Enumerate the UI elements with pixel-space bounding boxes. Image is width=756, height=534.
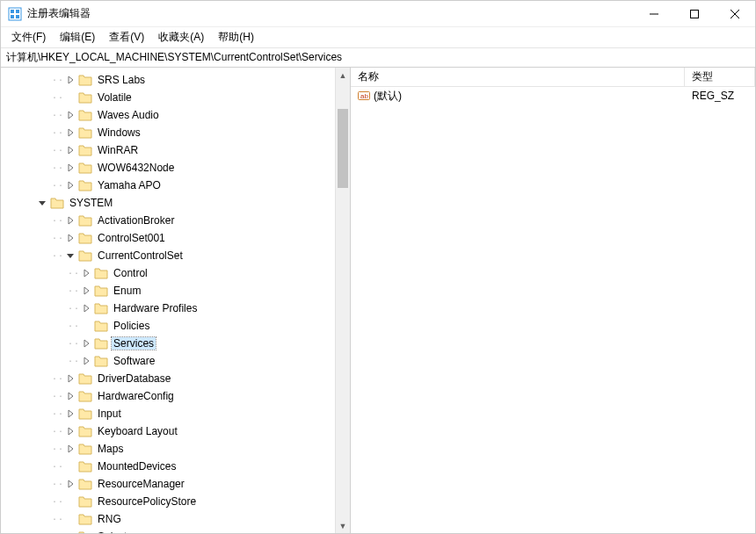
chevron-right-icon[interactable] bbox=[64, 74, 76, 86]
scroll-down-button[interactable]: ▼ bbox=[336, 518, 350, 533]
svg-rect-2 bbox=[16, 10, 19, 13]
main-area: ·· SRS Labs·· Volatile·· Waves Audio·· W… bbox=[1, 68, 755, 533]
window-controls bbox=[634, 1, 755, 26]
menu-favorites[interactable]: 收藏夹(A) bbox=[153, 28, 209, 47]
tree-item[interactable]: ·· DriverDatabase bbox=[1, 370, 335, 387]
tree-item[interactable]: ·· Enum bbox=[1, 282, 335, 299]
tree-item[interactable]: ·· CurrentControlSet bbox=[1, 247, 335, 264]
chevron-right-icon[interactable] bbox=[80, 337, 92, 350]
address-text: 计算机\HKEY_LOCAL_MACHINE\SYSTEM\CurrentCon… bbox=[6, 50, 342, 65]
tree-item[interactable]: ·· Input bbox=[1, 405, 335, 422]
chevron-right-icon[interactable] bbox=[64, 109, 76, 121]
menu-edit[interactable]: 编辑(E) bbox=[55, 28, 100, 47]
folder-icon bbox=[78, 144, 92, 156]
tree-connector: ·· bbox=[68, 321, 80, 331]
folder-icon bbox=[78, 443, 92, 455]
tree-item[interactable]: ·· Control bbox=[1, 264, 335, 282]
tree-item-label: SRS Labs bbox=[96, 74, 147, 86]
tree-item[interactable]: ·· HardwareConfig bbox=[1, 387, 335, 405]
folder-icon bbox=[78, 390, 92, 402]
tree-item[interactable]: ·· ResourcePolicyStore bbox=[1, 493, 335, 510]
chevron-right-icon[interactable] bbox=[64, 144, 76, 156]
tree-item[interactable]: ·· Policies bbox=[1, 317, 335, 335]
tree-connector: ·· bbox=[52, 251, 64, 261]
tree-item[interactable]: ·· Services bbox=[1, 335, 335, 352]
tree-item[interactable]: ·· RNG bbox=[1, 510, 335, 528]
maximize-button[interactable] bbox=[674, 1, 715, 26]
tree-item[interactable]: ·· WinRAR bbox=[1, 141, 335, 159]
chevron-right-icon[interactable] bbox=[64, 214, 76, 227]
tree-connector: ·· bbox=[52, 234, 64, 243]
tree-item[interactable]: ·· Maps bbox=[1, 440, 335, 458]
svg-rect-4 bbox=[16, 15, 19, 18]
chevron-right-icon[interactable] bbox=[80, 355, 92, 367]
chevron-right-icon[interactable] bbox=[64, 478, 76, 490]
tree-item-label: ActivationBroker bbox=[96, 214, 176, 227]
chevron-right-icon[interactable] bbox=[80, 302, 92, 314]
column-type[interactable]: 类型 bbox=[685, 68, 755, 86]
tree-item[interactable]: ·· Yamaha APO bbox=[1, 177, 335, 194]
tree-item[interactable]: ·· Windows bbox=[1, 124, 335, 141]
chevron-right-icon[interactable] bbox=[64, 372, 76, 385]
chevron-right-icon[interactable] bbox=[64, 179, 76, 191]
tree-item[interactable]: SYSTEM bbox=[1, 194, 335, 212]
values-pane: 名称 类型 ab (默认) REG_SZ bbox=[351, 68, 755, 533]
chevron-right-icon[interactable] bbox=[64, 390, 76, 402]
tree-item[interactable]: ·· Waves Audio bbox=[1, 106, 335, 124]
tree-item[interactable]: ·· Keyboard Layout bbox=[1, 422, 335, 440]
tree-connector: ·· bbox=[52, 111, 64, 120]
chevron-right-icon[interactable] bbox=[64, 232, 76, 244]
chevron-down-icon[interactable] bbox=[36, 197, 48, 209]
chevron-right-icon[interactable] bbox=[64, 425, 76, 437]
column-name[interactable]: 名称 bbox=[351, 68, 685, 86]
chevron-right-icon[interactable] bbox=[64, 126, 76, 139]
tree-view[interactable]: ·· SRS Labs·· Volatile·· Waves Audio·· W… bbox=[1, 68, 335, 533]
value-type: REG_SZ bbox=[692, 90, 734, 102]
menu-file[interactable]: 文件(F) bbox=[6, 28, 51, 47]
folder-icon bbox=[78, 478, 92, 490]
tree-item[interactable]: ·· ActivationBroker bbox=[1, 212, 335, 229]
value-name: (默认) bbox=[374, 89, 402, 104]
tree-scrollbar[interactable]: ▲ ▼ bbox=[335, 68, 350, 533]
tree-item[interactable]: ·· ResourceManager bbox=[1, 475, 335, 493]
tree-item[interactable]: ·· Hardware Profiles bbox=[1, 299, 335, 317]
scroll-up-button[interactable]: ▲ bbox=[336, 68, 350, 83]
tree-item[interactable]: ·· Select bbox=[1, 528, 335, 533]
tree-connector: ·· bbox=[52, 444, 64, 454]
tree-item[interactable]: ·· Volatile bbox=[1, 89, 335, 106]
address-bar[interactable]: 计算机\HKEY_LOCAL_MACHINE\SYSTEM\CurrentCon… bbox=[1, 48, 755, 68]
chevron-down-icon[interactable] bbox=[64, 249, 76, 262]
chevron-right-icon[interactable] bbox=[64, 408, 76, 420]
chevron-right-icon[interactable] bbox=[64, 162, 76, 174]
tree-item-label: Select bbox=[96, 530, 128, 533]
folder-icon bbox=[78, 408, 92, 420]
folder-icon bbox=[78, 91, 92, 104]
tree-item[interactable]: ·· Software bbox=[1, 352, 335, 370]
folder-icon bbox=[78, 460, 92, 473]
values-list[interactable]: ab (默认) REG_SZ bbox=[351, 87, 755, 533]
tree-item-label: Input bbox=[96, 408, 123, 420]
tree-item-label: DriverDatabase bbox=[96, 372, 172, 385]
chevron-right-icon[interactable] bbox=[80, 285, 92, 297]
value-row[interactable]: ab (默认) REG_SZ bbox=[351, 87, 755, 105]
tree-item-label: MountedDevices bbox=[96, 460, 178, 473]
tree-item-label: Policies bbox=[112, 320, 151, 332]
folder-icon bbox=[78, 530, 92, 533]
chevron-right-icon[interactable] bbox=[64, 443, 76, 455]
tree-connector: ·· bbox=[52, 374, 64, 384]
tree-item[interactable]: ·· ControlSet001 bbox=[1, 229, 335, 247]
folder-icon bbox=[94, 355, 108, 367]
chevron-right-icon[interactable] bbox=[80, 267, 92, 279]
tree-item[interactable]: ·· WOW6432Node bbox=[1, 159, 335, 177]
svg-rect-1 bbox=[11, 10, 14, 13]
menu-help[interactable]: 帮助(H) bbox=[213, 28, 259, 47]
close-button[interactable] bbox=[715, 1, 755, 26]
scroll-track[interactable] bbox=[336, 83, 350, 518]
tree-item[interactable]: ·· SRS Labs bbox=[1, 71, 335, 89]
menu-view[interactable]: 查看(V) bbox=[104, 28, 149, 47]
minimize-button[interactable] bbox=[634, 1, 674, 26]
tree-item-label: ResourcePolicyStore bbox=[96, 495, 198, 508]
scroll-thumb[interactable] bbox=[338, 109, 348, 188]
tree-item[interactable]: ·· MountedDevices bbox=[1, 458, 335, 475]
folder-icon bbox=[94, 320, 108, 332]
